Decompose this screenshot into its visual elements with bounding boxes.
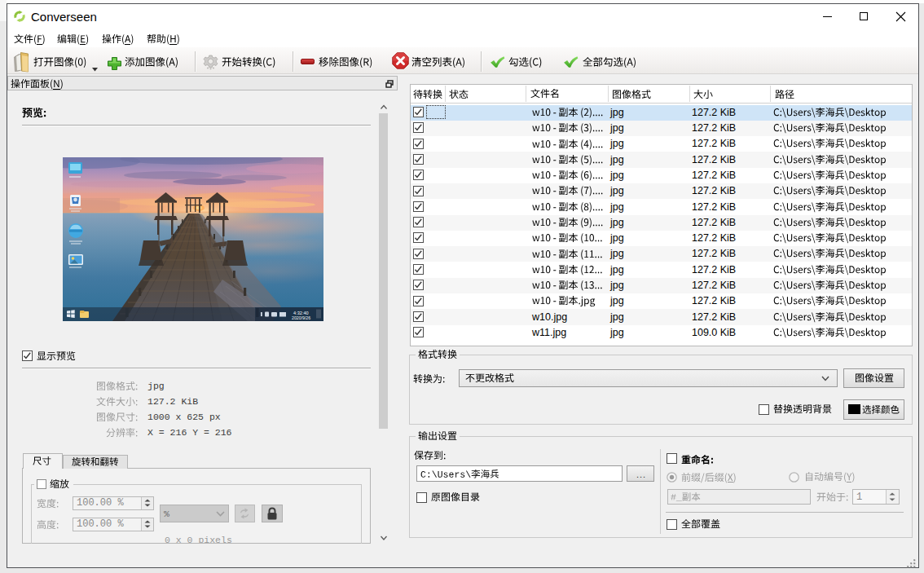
- svg-text:2020/9/26: 2020/9/26: [292, 315, 310, 320]
- svg-text:4:32:40: 4:32:40: [293, 311, 309, 315]
